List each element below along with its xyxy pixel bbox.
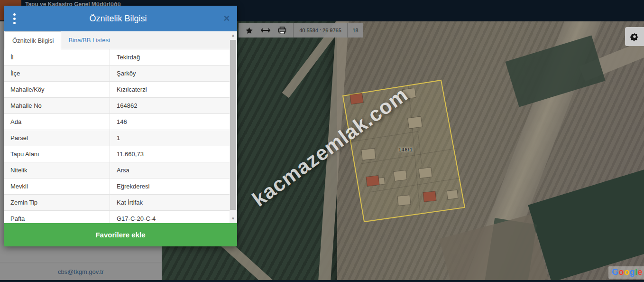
measure-arrow-icon[interactable]	[261, 28, 270, 33]
table-row: Ada 146	[4, 114, 237, 130]
table-row: İl Tekirdağ	[4, 49, 237, 66]
scrollbar-thumb[interactable]	[230, 40, 236, 210]
table-row: Nitelik Arsa	[4, 162, 237, 179]
printer-icon[interactable]	[278, 27, 286, 35]
close-icon[interactable]: ×	[216, 12, 237, 25]
kebab-menu-icon[interactable]	[4, 13, 20, 24]
table-row: Tapu Alanı 11.660,73	[4, 146, 237, 162]
table-row: Mevkii Eğrekderesi	[4, 179, 237, 195]
google-logo: Google	[608, 266, 644, 279]
contact-email-link[interactable]: cbs@tkgm.gov.tr	[58, 268, 104, 275]
coordinates-readout: 40.5584 : 26.9765	[293, 23, 347, 38]
scroll-up-icon[interactable]: ▲	[230, 32, 237, 39]
table-row: Parsel 1	[4, 130, 237, 146]
sidebar-footer: cbs@tkgm.gov.tr	[0, 263, 162, 280]
add-to-favorites-button[interactable]: Favorilere ekle	[4, 223, 237, 246]
attribute-table: İl Tekirdağ İlçe Şarköy Mahalle/Köy Kızı…	[4, 49, 237, 223]
table-row: Pafta G17-C-20-C-4	[4, 211, 237, 223]
modal-body: Öznitelik Bilgisi Bina/BB Listesi İl Tek…	[4, 31, 237, 223]
scroll-down-icon[interactable]: ▼	[230, 216, 237, 222]
tab-bina-bb-listesi[interactable]: Bina/BB Listesi	[61, 31, 117, 49]
modal-header: Öznitelik Bilgisi ×	[4, 6, 237, 31]
gear-icon	[630, 32, 639, 41]
modal-title: Öznitelik Bilgisi	[20, 14, 216, 24]
bottom-border-strip	[0, 280, 644, 282]
settings-button[interactable]	[625, 27, 644, 46]
zoom-level-readout: 18	[347, 23, 363, 38]
parcel-number-label: 146/1	[398, 147, 413, 152]
table-row: Mahalle No 164862	[4, 98, 237, 114]
star-icon[interactable]	[245, 27, 253, 35]
tab-bar: Öznitelik Bilgisi Bina/BB Listesi	[4, 31, 237, 49]
map-toolbar: 40.5584 : 26.9765 18	[239, 23, 363, 38]
table-row: Mahalle/Köy Kızılcaterzi	[4, 82, 237, 98]
table-row: İlçe Şarköy	[4, 66, 237, 82]
modal-scrollbar[interactable]: ▲ ▼	[230, 31, 237, 223]
attribute-info-modal: Öznitelik Bilgisi × Öznitelik Bilgisi Bi…	[4, 6, 237, 246]
tab-oznitelik-bilgisi[interactable]: Öznitelik Bilgisi	[5, 31, 61, 49]
table-row: Zemin Tip Kat İrtifak	[4, 195, 237, 211]
